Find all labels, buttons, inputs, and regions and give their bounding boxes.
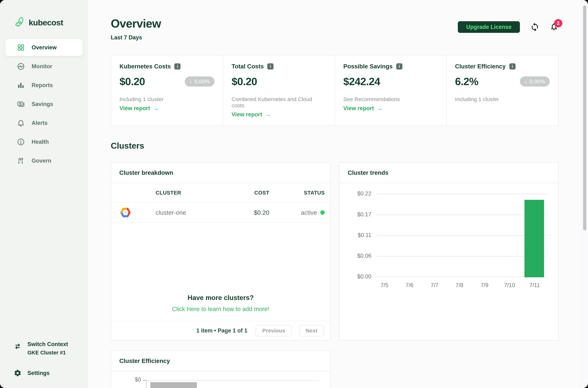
banknote-icon xyxy=(17,100,25,108)
sidebar-item-label: Monitor xyxy=(32,63,52,70)
delta-badge: ↓ 0.00% xyxy=(185,76,214,87)
y-tick-label: $0.17 xyxy=(344,211,371,218)
cluster-trends-chart: $0.22 $0.17 $0.11 $0.06 $0.00 7/5 7/6 7/… xyxy=(340,183,558,340)
cluster-trends-panel: Cluster trends $0.22 $0.17 $0.11 $0.06 $… xyxy=(339,162,558,340)
refresh-button[interactable] xyxy=(530,22,539,32)
notification-count-badge: 2 xyxy=(554,19,562,27)
sidebar: kubecost Overview Mo xyxy=(0,0,88,388)
y-tick-label: $0.06 xyxy=(344,253,371,259)
cta-title: Have more clusters? xyxy=(188,294,254,302)
trend-bar-7-11[interactable] xyxy=(524,200,544,277)
switch-context-button[interactable]: Switch Context GKE Cluster #1 xyxy=(14,341,83,356)
cluster-efficiency-panel: Cluster Efficiency $0 $0 xyxy=(111,350,331,388)
monitor-icon xyxy=(17,62,25,71)
sidebar-item-label: Overview xyxy=(32,44,57,51)
current-context-label: GKE Cluster #1 xyxy=(27,350,68,356)
cluster-breakdown-panel: Cluster breakdown CLUSTER COST STATUS cl… xyxy=(111,162,331,340)
gcp-cluster-icon xyxy=(120,208,131,217)
sidebar-item-govern[interactable]: Govern xyxy=(5,152,83,169)
x-tick-label: 7/8 xyxy=(456,282,463,289)
clusters-heading: Clusters xyxy=(111,141,558,151)
card-cluster-efficiency: Cluster Efficiency i 6.2% ↓ 0.00% Includ… xyxy=(446,55,558,126)
card-title: Kubernetes Costs xyxy=(120,63,171,70)
x-tick-label: 7/10 xyxy=(504,282,515,289)
x-tick-label: 7/5 xyxy=(381,282,388,289)
down-arrow-icon: ↓ xyxy=(525,78,527,85)
header-actions: Upgrade License 2 xyxy=(458,21,558,33)
sidebar-item-reports[interactable]: Reports xyxy=(5,77,83,94)
sidebar-bottom: Switch Context GKE Cluster #1 Settings xyxy=(5,341,83,388)
y-axis-line xyxy=(146,380,147,388)
down-arrow-icon: ↓ xyxy=(189,78,192,85)
view-report-link[interactable]: View report → xyxy=(231,111,326,118)
card-subtext: Including 1 cluster xyxy=(120,96,214,102)
efficiency-bar[interactable] xyxy=(150,382,197,388)
column-header-status: STATUS xyxy=(269,190,325,196)
sidebar-item-overview[interactable]: Overview xyxy=(5,39,83,56)
delta-value: 0.00% xyxy=(194,78,210,85)
card-value: $242.24 xyxy=(343,75,380,87)
add-clusters-link[interactable]: Click Here to learn how to add more! xyxy=(172,306,269,313)
scrollbar-thumb[interactable] xyxy=(583,5,586,230)
sidebar-item-label: Health xyxy=(32,139,49,145)
info-icon[interactable]: i xyxy=(396,63,402,70)
bar-chart-icon xyxy=(17,81,25,90)
stat-cards: Kubernetes Costs i $0.20 ↓ 0.00% Includi… xyxy=(111,55,558,126)
view-report-link[interactable]: View report → xyxy=(343,105,438,112)
date-range-label: Last 7 Days xyxy=(111,34,161,41)
info-icon[interactable]: i xyxy=(509,63,515,70)
info-icon[interactable]: i xyxy=(174,63,180,70)
app-window: kubecost Overview Mo xyxy=(0,0,588,388)
column-header-cluster: CLUSTER xyxy=(156,190,215,196)
notifications-button[interactable]: 2 xyxy=(550,22,558,32)
sidebar-item-alerts[interactable]: Alerts xyxy=(5,115,83,131)
exclamation-circle-icon xyxy=(17,138,25,146)
view-report-link[interactable]: View report → xyxy=(120,105,214,112)
cluster-efficiency-chart: $0 $0 xyxy=(111,371,330,388)
swap-arrows-icon xyxy=(14,341,22,351)
kubecost-logo-icon xyxy=(15,17,26,29)
y-tick-label: $0.22 xyxy=(344,190,371,197)
gridline xyxy=(377,256,547,256)
upgrade-license-button[interactable]: Upgrade License xyxy=(458,21,520,33)
x-tick-label: 7/9 xyxy=(481,282,488,289)
card-subtext: See Recommendations xyxy=(343,96,438,102)
sidebar-item-label: Govern xyxy=(32,158,51,164)
previous-page-button[interactable]: Previous xyxy=(256,325,292,336)
brand-name: kubecost xyxy=(29,18,63,27)
gridline xyxy=(377,277,547,277)
clusters-panels: Cluster breakdown CLUSTER COST STATUS cl… xyxy=(111,162,558,340)
info-icon[interactable]: i xyxy=(267,63,274,70)
card-kubernetes-costs: Kubernetes Costs i $0.20 ↓ 0.00% Includi… xyxy=(111,55,223,126)
refresh-icon xyxy=(530,22,539,32)
add-clusters-cta: Have more clusters? Click Here to learn … xyxy=(111,223,330,321)
sidebar-item-label: Alerts xyxy=(32,120,48,126)
settings-button[interactable]: Settings xyxy=(14,369,83,377)
active-status-dot xyxy=(320,210,325,215)
page-title: Overview xyxy=(111,17,161,30)
card-possible-savings: Possible Savings i $242.24 See Recommend… xyxy=(335,55,446,126)
sidebar-item-monitor[interactable]: Monitor xyxy=(5,58,83,75)
y-axis-tick xyxy=(143,380,146,381)
column-header-cost: COST xyxy=(215,190,269,196)
x-tick-label: 7/6 xyxy=(406,282,413,289)
card-title: Possible Savings xyxy=(343,63,393,70)
cluster-trends-title: Cluster trends xyxy=(340,163,558,183)
arrow-right-icon: → xyxy=(265,111,271,118)
arrow-right-icon: → xyxy=(153,105,159,112)
next-page-button[interactable]: Next xyxy=(299,325,324,336)
gridline xyxy=(377,215,547,215)
pagination-label: 1 item • Page 1 of 1 xyxy=(196,327,247,334)
table-row[interactable]: cluster-one $0.20 active xyxy=(111,203,330,223)
sidebar-item-health[interactable]: Health xyxy=(5,134,83,150)
y-tick-label: $0 xyxy=(126,376,141,383)
switch-context-label: Switch Context xyxy=(27,341,68,347)
gridline xyxy=(377,235,547,236)
kubecost-logo: kubecost xyxy=(15,17,83,29)
cluster-status: active xyxy=(269,209,325,216)
sidebar-item-savings[interactable]: Savings xyxy=(5,96,83,113)
table-header-row: CLUSTER COST STATUS xyxy=(111,183,330,203)
card-subtext: Including 1 cluster xyxy=(455,96,550,102)
arrow-right-icon: → xyxy=(377,105,383,112)
cluster-efficiency-title: Cluster Efficiency xyxy=(111,351,330,371)
